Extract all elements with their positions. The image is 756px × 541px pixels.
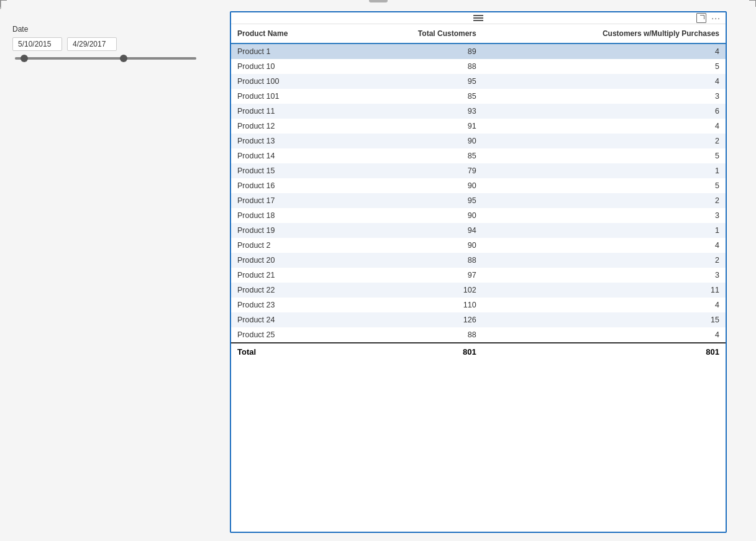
cell-total: 91 [350,119,483,134]
slider-fill [15,57,196,60]
cell-product-name: Product 18 [231,208,350,223]
table-row[interactable]: Product 10885 [231,59,726,74]
corner-handle-bl[interactable] [0,0,7,1]
menu-line-3 [473,20,483,21]
cell-product-name: Product 2 [231,238,350,253]
col-total-customers: Total Customers [350,24,483,43]
cell-total: 90 [350,178,483,193]
header-row: Product Name Total Customers Customers w… [231,24,726,43]
more-options-icon[interactable]: ··· [711,13,721,23]
menu-icon[interactable] [473,15,483,21]
corner-handle-br[interactable] [749,0,756,1]
footer-label: Total [231,343,350,360]
slider-thumb-right[interactable] [120,55,127,62]
cell-multiply: 1 [483,163,726,178]
cell-multiply: 1 [483,223,726,238]
table-body: Product 1894Product 10885Product 100954P… [231,43,726,343]
cell-product-name: Product 15 [231,163,350,178]
cell-multiply: 4 [483,238,726,253]
cell-total: 95 [350,193,483,208]
menu-line-1 [473,15,483,16]
date-slider[interactable] [15,57,196,60]
resize-handle-bottom[interactable] [369,0,388,2]
cell-product-name: Product 25 [231,327,350,343]
cell-total: 90 [350,134,483,148]
cell-total: 88 [350,327,483,343]
cell-total: 102 [350,283,483,298]
cell-product-name: Product 21 [231,268,350,283]
table-toolbar: ··· [231,12,726,24]
table-row[interactable]: Product 100954 [231,74,726,89]
corner-handle-tr[interactable] [749,0,756,7]
cell-multiply: 6 [483,104,726,119]
cell-multiply: 4 [483,74,726,89]
table-header: Product Name Total Customers Customers w… [231,24,726,43]
cell-product-name: Product 10 [231,59,350,74]
cell-total: 95 [350,74,483,89]
cell-multiply: 5 [483,178,726,193]
table-row[interactable]: Product 25884 [231,327,726,343]
cell-multiply: 4 [483,43,726,59]
cell-total: 126 [350,312,483,327]
cell-total: 89 [350,43,483,59]
table-row[interactable]: Product 2412615 [231,312,726,327]
cell-total: 90 [350,238,483,253]
table-row[interactable]: Product 19941 [231,223,726,238]
col-multiply-purchases: Customers w/Multiply Purchases [483,24,726,43]
table-row[interactable]: Product 16905 [231,178,726,193]
table-row[interactable]: Product 17952 [231,193,726,208]
start-date[interactable]: 5/10/2015 [12,37,62,51]
end-date[interactable]: 4/29/2017 [67,37,117,51]
footer-row: Total 801 801 [231,343,726,360]
date-label: Date [12,25,199,34]
cell-total: 88 [350,253,483,268]
cell-product-name: Product 101 [231,89,350,104]
cell-total: 94 [350,223,483,238]
table-row[interactable]: Product 2904 [231,238,726,253]
cell-multiply: 5 [483,59,726,74]
cell-total: 85 [350,148,483,163]
cell-product-name: Product 16 [231,178,350,193]
data-table: Product Name Total Customers Customers w… [231,24,726,360]
table-scroll[interactable]: Product Name Total Customers Customers w… [231,24,726,532]
table-footer: Total 801 801 [231,343,726,360]
cell-product-name: Product 12 [231,119,350,134]
cell-multiply: 5 [483,148,726,163]
cell-product-name: Product 22 [231,283,350,298]
cell-multiply: 4 [483,327,726,343]
cell-product-name: Product 23 [231,298,350,312]
table-container: ··· Product Name Total Customers Custome… [230,11,727,533]
table-row[interactable]: Product 231104 [231,298,726,312]
cell-multiply: 4 [483,119,726,134]
table-row[interactable]: Product 1894 [231,43,726,59]
date-filter: Date 5/10/2015 4/29/2017 [12,25,199,66]
cell-product-name: Product 19 [231,223,350,238]
cell-total: 110 [350,298,483,312]
table-row[interactable]: Product 13902 [231,134,726,148]
cell-multiply: 3 [483,268,726,283]
cell-multiply: 2 [483,134,726,148]
cell-product-name: Product 13 [231,134,350,148]
cell-total: 97 [350,268,483,283]
table-row[interactable]: Product 20882 [231,253,726,268]
cell-product-name: Product 14 [231,148,350,163]
corner-handle-tl[interactable] [0,0,7,7]
menu-line-2 [473,17,483,19]
toolbar-right-icons: ··· [696,13,721,23]
table-row[interactable]: Product 14855 [231,148,726,163]
cell-multiply: 15 [483,312,726,327]
table-row[interactable]: Product 2210211 [231,283,726,298]
expand-icon[interactable] [696,13,706,23]
cell-multiply: 4 [483,298,726,312]
cell-product-name: Product 17 [231,193,350,208]
table-row[interactable]: Product 18903 [231,208,726,223]
table-row[interactable]: Product 21973 [231,268,726,283]
cell-multiply: 2 [483,253,726,268]
slider-thumb-left[interactable] [20,55,28,62]
table-row[interactable]: Product 101853 [231,89,726,104]
table-row[interactable]: Product 12914 [231,119,726,134]
cell-total: 79 [350,163,483,178]
table-row[interactable]: Product 15791 [231,163,726,178]
cell-total: 90 [350,208,483,223]
table-row[interactable]: Product 11936 [231,104,726,119]
